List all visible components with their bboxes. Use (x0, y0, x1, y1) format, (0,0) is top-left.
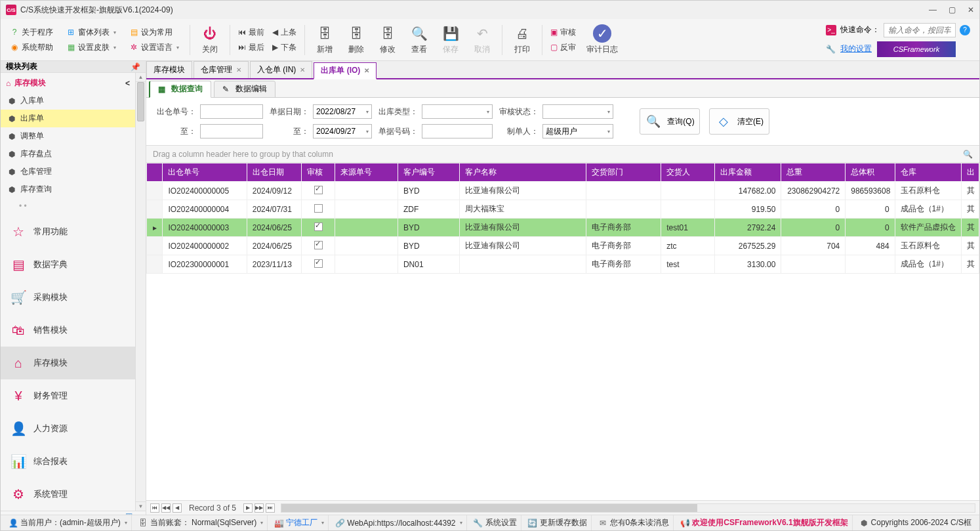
nav-prev-button[interactable]: ◀上条 (268, 26, 300, 39)
checkbox-icon[interactable] (314, 204, 323, 213)
nav-first-button[interactable]: ⏮最前 (234, 26, 268, 39)
col-out-no[interactable]: 出仓单号 (163, 163, 247, 182)
group-by-panel[interactable]: Drag a column header here to group by th… (146, 146, 979, 163)
print-button[interactable]: 🖨打印 (506, 22, 538, 58)
big-module-item[interactable]: ⌂库存模块 (1, 347, 135, 379)
document-tab[interactable]: 库存模块 (146, 61, 192, 78)
big-module-item[interactable]: 🛍销售模块 (1, 314, 135, 347)
pin-icon[interactable]: 📌 (131, 62, 140, 72)
status-unread[interactable]: ✉您有0条未读消息 (594, 515, 674, 530)
window-list-link[interactable]: ⊞窗体列表▾ (62, 26, 120, 39)
date-to-input[interactable]: 2024/09/27▾ (313, 124, 372, 138)
sidebar-item[interactable]: ⬢入库单 (1, 92, 135, 110)
nav-next-button[interactable]: ▶下条 (268, 41, 300, 54)
data-grid[interactable]: 出仓单号 出仓日期 审核 来源单号 客户编号 客户名称 交货部门 交货人 出库金… (146, 163, 979, 274)
table-row[interactable]: IO202300000001 2023/11/13 DN01 电子商务部 tes… (147, 255, 979, 274)
delete-button[interactable]: 🗄删除 (340, 22, 372, 58)
scrollbar-thumb[interactable] (137, 82, 144, 121)
table-row[interactable]: IO202400000005 2024/09/12 BYD 比亚迪有限公司 14… (147, 182, 979, 200)
save-button[interactable]: 💾保存 (435, 22, 466, 58)
close-tab-button[interactable]: ⏻关闭 (194, 22, 226, 58)
nav-next-page-icon[interactable]: ▶▶ (255, 503, 264, 513)
table-row[interactable]: IO202400000004 2024/07/31 ZDF 周大福珠宝 919.… (147, 200, 979, 219)
checkbox-icon[interactable] (314, 241, 323, 249)
lang-link[interactable]: ✲设置语言▾ (125, 41, 183, 54)
tab-data-query[interactable]: ▦数据查询 (149, 81, 211, 98)
out-no-from-input[interactable] (200, 104, 263, 119)
tab-data-edit[interactable]: ✎数据编辑 (214, 81, 276, 98)
big-module-item[interactable]: ☆常用功能 (1, 215, 135, 248)
status-refresh[interactable]: 🔄更新缓存数据 (524, 515, 592, 530)
checkbox-icon[interactable] (314, 223, 323, 231)
minimize-button[interactable]: — (929, 5, 937, 14)
scroll-up-icon[interactable]: ▲ (136, 73, 146, 82)
col-warehouse[interactable]: 仓库 (895, 163, 962, 182)
big-module-item[interactable]: 👤人力资源 (1, 412, 135, 445)
nav-prev-icon[interactable]: ◀ (173, 503, 182, 513)
status-user[interactable]: 👤当前用户：(admin-超级用户)▾ (5, 515, 132, 530)
nav-next-icon[interactable]: ▶ (243, 503, 253, 513)
document-tab[interactable]: 仓库管理✕ (194, 61, 249, 78)
my-settings-link[interactable]: 我的设置 (840, 43, 872, 54)
close-button[interactable]: ✕ (968, 5, 974, 14)
cancel-button[interactable]: ↶取消 (466, 22, 498, 58)
col-cust-code[interactable]: 客户编号 (398, 163, 459, 182)
table-row[interactable]: ▸ IO202400000003 2024/06/25 BYD 比亚迪有限公司 … (147, 219, 979, 237)
sidebar-item[interactable]: ⬢库存查询 (1, 181, 135, 198)
quick-cmd-input[interactable] (884, 23, 956, 37)
col-audit[interactable]: 审核 (302, 163, 335, 182)
big-module-item[interactable]: ▤数据字典 (1, 248, 135, 281)
status-factory[interactable]: 🏭宁德工厂▾ (270, 515, 329, 530)
clear-button[interactable]: ◇清空(E) (709, 108, 769, 135)
checkbox-icon[interactable] (314, 186, 323, 194)
col-out-date[interactable]: 出仓日期 (247, 163, 302, 182)
skin-link[interactable]: ▦设置皮肤▾ (62, 41, 120, 54)
sidebar-item[interactable]: ⬢调整单 (1, 127, 135, 145)
big-module-item[interactable]: ¥财务管理 (1, 379, 135, 412)
grid-h-scrollbar[interactable] (281, 503, 975, 513)
big-module-item[interactable]: ⚙系统管理 (1, 478, 135, 511)
add-button[interactable]: 🗄新增 (309, 22, 340, 58)
edit-button[interactable]: 🗄修改 (372, 22, 403, 58)
col-last[interactable]: 出 (962, 163, 979, 182)
date-from-input[interactable]: 2022/08/27▾ (313, 104, 372, 119)
document-tab[interactable]: 出库单 (IO)✕ (314, 62, 377, 79)
nav-last-button[interactable]: ⏭最后 (234, 41, 268, 54)
col-src-no[interactable]: 来源单号 (335, 163, 398, 182)
sidebar-item[interactable]: ⬢库存盘点 (1, 145, 135, 163)
about-link[interactable]: ?关于程序 (6, 26, 57, 39)
sidebar-root-category[interactable]: ⌂ 库存模块 < (1, 74, 135, 92)
sidebar-item[interactable]: ⬢出库单 (1, 110, 135, 127)
creator-combo[interactable]: 超级用户▾ (542, 124, 613, 138)
search-button[interactable]: 🔍查询(Q) (640, 108, 700, 135)
doc-no-input[interactable] (422, 124, 493, 138)
col-dept[interactable]: 交货部门 (586, 163, 661, 182)
set-default-link[interactable]: ▤设为常用 (125, 26, 183, 39)
status-sys-settings[interactable]: 🔧系统设置 (470, 515, 521, 530)
close-icon[interactable]: ✕ (236, 66, 241, 74)
status-account[interactable]: 🗄当前账套： Normal(SqlServer)▾ (134, 515, 268, 530)
close-icon[interactable]: ✕ (300, 66, 305, 74)
col-amount[interactable]: 出库金额 (714, 163, 781, 182)
audit-button[interactable]: ▣审核 (546, 26, 580, 39)
sidebar-scrollbar[interactable]: ▲ ▼ (135, 73, 146, 511)
nav-prev-page-icon[interactable]: ◀◀ (161, 503, 171, 513)
nav-last-icon[interactable]: ⏭ (266, 503, 275, 513)
sidebar-item-more[interactable]: • • (1, 198, 135, 214)
col-weight[interactable]: 总重 (781, 163, 846, 182)
view-button[interactable]: 🔍查看 (403, 22, 435, 58)
audit-combo[interactable]: ▾ (542, 104, 613, 119)
scroll-down-icon[interactable]: ▼ (136, 501, 146, 511)
nav-first-icon[interactable]: ⏮ (150, 503, 159, 513)
checkbox-icon[interactable] (314, 259, 323, 268)
out-no-to-input[interactable] (200, 124, 263, 138)
help-circle-icon[interactable]: ? (960, 25, 970, 35)
col-volume[interactable]: 总体积 (846, 163, 895, 182)
col-deliverer[interactable]: 交货人 (661, 163, 714, 182)
table-row[interactable]: IO202400000002 2024/06/25 BYD 比亚迪有限公司 电子… (147, 237, 979, 255)
type-combo[interactable]: ▾ (422, 104, 493, 119)
audit-log-button[interactable]: ✓审计日志 (580, 22, 624, 58)
sidebar-item[interactable]: ⬢仓库管理 (1, 163, 135, 181)
close-icon[interactable]: ✕ (364, 67, 369, 74)
sys-help-link[interactable]: ◉系统帮助 (6, 41, 57, 54)
